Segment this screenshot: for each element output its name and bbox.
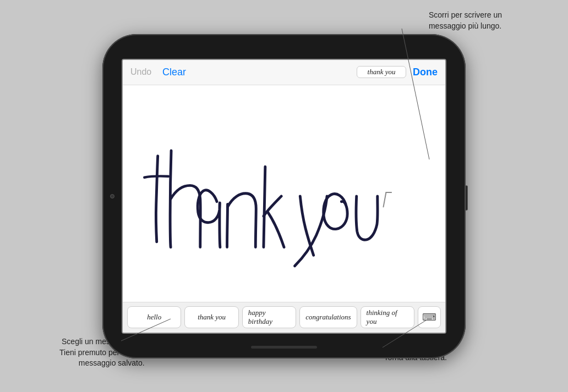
keyboard-icon: ⌨ bbox=[422, 311, 436, 323]
screen: Undo Clear thank you Done bbox=[122, 59, 446, 334]
clear-button[interactable]: Clear bbox=[162, 67, 186, 78]
suggestions-bar: hello thank you happy birthday congratul… bbox=[123, 302, 445, 333]
writing-area[interactable] bbox=[123, 85, 445, 302]
preview-box: thank you bbox=[357, 66, 406, 78]
suggestion-thinking-of-you[interactable]: thinking of you bbox=[361, 306, 414, 328]
phone-sensor bbox=[110, 194, 114, 198]
undo-button[interactable]: Undo bbox=[130, 67, 158, 77]
done-button[interactable]: Done bbox=[413, 67, 438, 78]
phone-side-button bbox=[465, 185, 468, 211]
suggestion-hello[interactable]: hello bbox=[127, 306, 181, 328]
suggestion-happy-birthday[interactable]: happy birthday bbox=[242, 306, 296, 328]
suggestion-congratulations[interactable]: congratulations bbox=[299, 306, 357, 328]
handwriting-svg bbox=[128, 91, 440, 296]
suggestion-thank-you[interactable]: thank you bbox=[184, 306, 238, 328]
phone-body: Undo Clear thank you Done bbox=[102, 34, 466, 358]
keyboard-toggle-button[interactable]: ⌨ bbox=[418, 306, 441, 328]
annotation-scroll: Scorri per scrivere unmessaggio più lung… bbox=[429, 10, 502, 31]
top-bar: Undo Clear thank you Done bbox=[123, 60, 445, 85]
phone-bottom-bar bbox=[251, 346, 317, 349]
